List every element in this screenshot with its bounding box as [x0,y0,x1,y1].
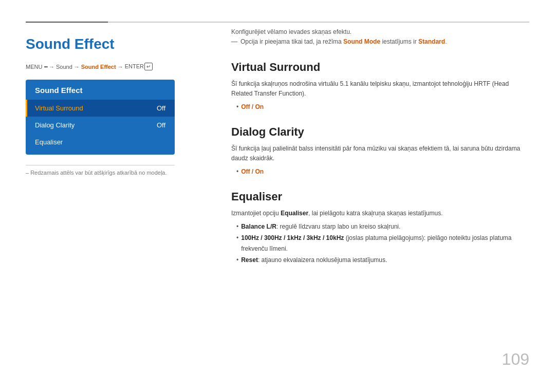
breadcrumb-sound: Sound [56,64,72,70]
virtual-surround-value: Off [157,104,165,112]
dialog-clarity-title: Dialog Clarity [231,125,529,139]
freq-label: 100Hz / 300Hz / 1kHz / 3kHz / 10kHz [241,234,344,241]
dialog-clarity-body: Šī funkcija ļauj palielināt balss intens… [231,144,529,163]
top-bar-accent [26,22,108,23]
dialog-clarity-bullet-1: Off / On [236,166,529,178]
menu-box: Sound Effect Virtual Surround Off Dialog… [26,80,175,155]
virtual-surround-body: Šī funkcija skaļruņos nodrošina virtuālu… [231,79,529,99]
equaliser-bold: Equaliser [281,210,308,217]
top-bar [26,22,529,23]
menu-item-virtual-surround[interactable]: Virtual Surround Off [26,100,175,117]
equaliser-label: Equaliser [35,138,63,146]
enter-icon: ↵ [144,63,153,70]
virtual-surround-bullet-1: Off / On [236,102,529,113]
standard-highlight: Standard [418,38,445,45]
intro-dash: — [231,38,237,45]
page-container: Sound Effect MENU ▪▪▪ → Sound → Sound Ef… [26,28,529,377]
equaliser-bullet-balance: Balance L/R: regulē līdzvaru starp labo … [236,221,529,233]
dialog-clarity-bullets: Off / On [236,166,529,178]
equaliser-intro: Izmantojiet opciju Equaliser, lai pielāg… [231,209,529,218]
intro-text: Konfigurējiet vēlamo ievades skaņas efek… [231,28,529,35]
menu-box-title: Sound Effect [26,86,175,100]
page-title: Sound Effect [26,36,211,52]
page-number: 109 [502,350,529,369]
breadcrumb: MENU ▪▪▪ → Sound → Sound Effect → ENTER↵ [26,63,211,70]
breadcrumb-sound-effect: Sound Effect [81,64,116,70]
virtual-surround-option: Off / On [241,102,264,113]
intro-note: — Opcija ir pieejama tikai tad, ja režīm… [231,38,529,45]
breadcrumb-enter: ENTER↵ [125,63,153,70]
dialog-clarity-label: Dialog Clarity [35,121,75,129]
equaliser-bullet-freq: 100Hz / 300Hz / 1kHz / 3kHz / 10kHz (jos… [236,233,529,255]
breadcrumb-arrow-2: → [74,64,80,70]
left-column: Sound Effect MENU ▪▪▪ → Sound → Sound Ef… [26,28,211,176]
intro-note-text: Opcija ir pieejama tikai tad, ja režīma … [240,38,447,45]
dialog-clarity-value: Off [157,121,165,129]
dialog-clarity-section: Dialog Clarity Šī funkcija ļauj palielin… [231,125,529,178]
virtual-surround-title: Virtual Surround [231,61,529,74]
breadcrumb-arrow-3: → [118,64,123,70]
right-column: Konfigurējiet vēlamo ievades skaņas efek… [231,28,529,278]
dialog-clarity-option: Off / On [241,166,264,178]
equaliser-section: Equaliser Izmantojiet opciju Equaliser, … [231,190,529,266]
equaliser-title: Equaliser [231,190,529,203]
balance-label: Balance L/R [241,223,276,230]
sound-mode-highlight: Sound Mode [343,38,380,45]
footnote: – Redzamais attēls var būt atšķirīgs atk… [26,165,175,176]
menu-item-equaliser[interactable]: Equaliser [26,134,175,151]
virtual-surround-section: Virtual Surround Šī funkcija skaļruņos n… [231,61,529,113]
equaliser-bullet-reset: Reset: atjauno ekvalaizera noklusējuma i… [236,255,529,266]
breadcrumb-arrow-1: → [49,64,54,70]
menu-icon: MENU [26,64,42,70]
reset-label: Reset [241,256,258,264]
virtual-surround-bullets: Off / On [236,102,529,113]
virtual-surround-label: Virtual Surround [35,104,83,112]
equaliser-bullets: Balance L/R: regulē līdzvaru starp labo … [236,221,529,266]
menu-icon-bars: ▪▪▪ [44,64,47,69]
menu-item-dialog-clarity[interactable]: Dialog Clarity Off [26,117,175,134]
